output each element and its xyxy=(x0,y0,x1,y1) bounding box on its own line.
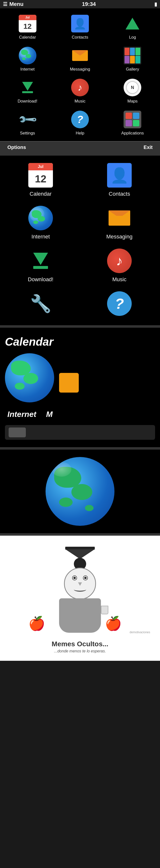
meme-sub-text: ...donde menos te lo esperas. xyxy=(54,649,106,653)
app-label-applications: Applications xyxy=(121,131,144,136)
globe-land-3 xyxy=(15,383,25,390)
app-item-download[interactable]: Download! xyxy=(1,75,54,107)
music-icon: ♪ xyxy=(70,78,90,97)
apple-right-icon: 🍎 xyxy=(105,616,122,631)
options-button[interactable]: Options xyxy=(0,142,80,153)
watermark-text: demotivaciones xyxy=(130,630,150,634)
zoomed-download[interactable]: Download! xyxy=(1,244,80,286)
zoomed-calendar[interactable]: Jul 12 Calendar xyxy=(1,158,80,201)
meme-figure-container: 🍎 🍎 xyxy=(19,543,141,637)
big-globe-icon xyxy=(5,353,54,402)
zoomed-settings[interactable]: 🔧 xyxy=(1,286,80,323)
app-item-music[interactable]: ♪ Music xyxy=(54,75,106,107)
zoomed-label-internet: Internet xyxy=(31,234,50,240)
app-item-gallery[interactable]: Gallery xyxy=(106,43,159,75)
zoomed-download-icon xyxy=(27,247,54,274)
partial-icon xyxy=(9,428,26,437)
app-label-calendar: Calendar xyxy=(19,35,36,40)
app-item-contacts[interactable]: 👤 Contacts xyxy=(54,11,106,43)
zoomed-messaging-icon xyxy=(106,205,133,231)
zoomed-label-download: Download! xyxy=(28,276,53,283)
closeup-globe-panel xyxy=(0,448,160,533)
app-label-music: Music xyxy=(75,99,85,104)
meme-head xyxy=(64,568,96,599)
status-bar: ☰ Menu 19:34 ▮ xyxy=(0,0,160,8)
zoomed-help-icon: ? xyxy=(106,290,133,317)
app-label-messaging: Messaging xyxy=(70,67,90,72)
zoomed-calendar-icon: Jul 12 xyxy=(27,162,54,189)
graduation-cap-body xyxy=(65,549,95,559)
meme-image-area: 🍎 🍎 demotivaciones xyxy=(5,543,155,637)
download-icon xyxy=(18,78,37,97)
zoomed-internet[interactable]: Internet xyxy=(1,201,80,244)
app-label-download: Download! xyxy=(18,99,37,104)
zoomed-contacts[interactable]: 👤 Contacts xyxy=(80,158,159,201)
battery-icon: ▮ xyxy=(154,1,157,7)
zoomed-label-messaging: Messaging xyxy=(106,234,132,240)
applications-icon xyxy=(123,110,142,129)
zoomed-music[interactable]: ♪ Music xyxy=(80,244,159,286)
calendar-big-label: Calendar xyxy=(5,335,53,348)
partial-bottom-bar xyxy=(5,425,155,440)
globe-land-2 xyxy=(23,373,38,384)
app-item-settings[interactable]: 🔧 Settings xyxy=(1,107,54,138)
huge-globe-icon xyxy=(46,457,114,526)
meme-mouth xyxy=(74,587,86,592)
hg-land-3 xyxy=(59,498,73,507)
zoomed-settings-icon: 🔧 xyxy=(27,290,54,317)
app-item-calendar[interactable]: Jul 12 Calendar xyxy=(1,11,54,43)
meme-body xyxy=(59,598,101,633)
app-item-log[interactable]: Log xyxy=(106,11,159,43)
menu-title: Menu xyxy=(9,1,23,7)
meme-eyes-row xyxy=(72,576,88,580)
app-item-help[interactable]: ? Help xyxy=(54,107,106,138)
zoomed-messaging[interactable]: Messaging xyxy=(80,201,159,244)
zoomed-menu-panel: Jul 12 Calendar 👤 Contacts Internet xyxy=(0,155,160,325)
globe-shine xyxy=(52,462,71,477)
gallery-icon xyxy=(123,46,142,65)
big-globe-container xyxy=(5,353,155,402)
meme-panel: 🍎 🍎 demotivaciones Memes Ocultos... ...d… xyxy=(0,535,160,661)
apple-left-icon: 🍎 xyxy=(28,616,45,631)
apps-grid: Jul 12 Calendar 👤 Contacts xyxy=(0,8,160,141)
app-item-messaging[interactable]: Messaging xyxy=(54,43,106,75)
zoomed-music-icon: ♪ xyxy=(106,247,133,274)
app-label-log: Log xyxy=(129,35,136,40)
meme-character xyxy=(59,547,101,633)
exit-button[interactable]: Exit xyxy=(80,142,160,153)
maps-icon: N xyxy=(123,78,142,97)
app-item-applications[interactable]: Applications xyxy=(106,107,159,138)
contacts-icon: 👤 xyxy=(70,14,90,33)
app-item-internet[interactable]: Internet xyxy=(1,43,54,75)
app-label-maps: Maps xyxy=(128,99,138,104)
app-label-contacts: Contacts xyxy=(72,35,88,40)
calendar-icon: Jul 12 xyxy=(18,14,37,33)
messaging-icon xyxy=(70,46,90,65)
zoomed-contacts-icon: 👤 xyxy=(106,162,133,189)
meme-left-pupil xyxy=(73,577,76,579)
internet-big-label: Internet xyxy=(7,410,36,419)
zoomed-globe-icon xyxy=(27,205,54,231)
signal-icon: ☰ xyxy=(3,1,7,7)
help-icon: ? xyxy=(70,110,90,129)
globe-icon xyxy=(18,46,37,65)
meme-main-text: Memes Ocultos... xyxy=(52,640,108,648)
meme-nose xyxy=(78,582,82,586)
large-zoom-panel: Calendar Internet M xyxy=(0,327,160,447)
panel3-right-partial xyxy=(59,353,79,393)
zoomed-grid: Jul 12 Calendar 👤 Contacts Internet xyxy=(0,156,160,325)
app-item-maps[interactable]: N Maps xyxy=(106,75,159,107)
app-label-gallery: Gallery xyxy=(126,67,139,72)
status-bar-left: ☰ Menu xyxy=(3,1,23,7)
zoomed-label-calendar: Calendar xyxy=(30,191,51,197)
hg-land-4 xyxy=(85,505,94,511)
settings-icon: 🔧 xyxy=(18,110,37,129)
nokia-menu-panel: ☰ Menu 19:34 ▮ Jul 12 Calendar 👤 xyxy=(0,0,160,153)
panel3-content: Calendar Internet M xyxy=(2,333,158,442)
messaging-partial-label: M xyxy=(46,410,53,419)
meme-right-eye xyxy=(83,576,88,580)
zoomed-help[interactable]: ? xyxy=(80,286,159,323)
log-icon xyxy=(123,14,142,33)
app-label-internet: Internet xyxy=(21,67,35,72)
bottom-labels: Internet M xyxy=(5,407,55,421)
